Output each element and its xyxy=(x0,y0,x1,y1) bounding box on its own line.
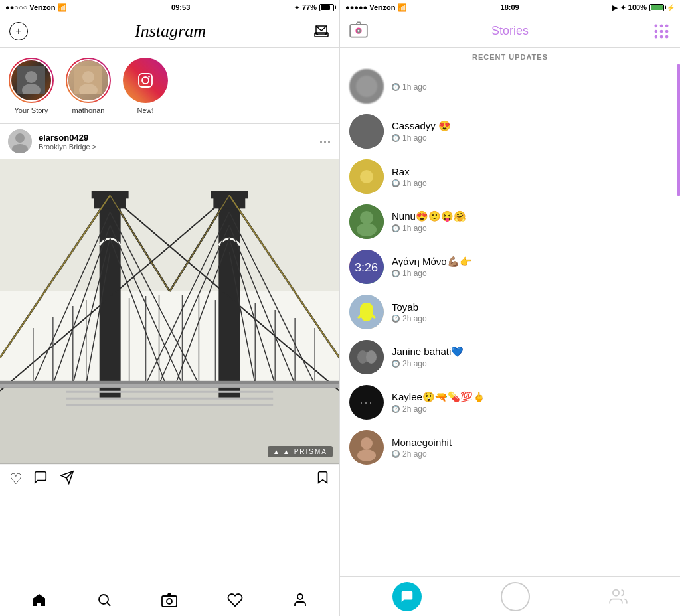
mathonan-label: mathonan xyxy=(72,106,105,114)
story-list-item-cassadyy[interactable]: Cassadyy 😍 🕐 1h ago xyxy=(340,109,680,154)
wifi-icon-left: 📶 xyxy=(58,3,67,12)
story-avatar-janine xyxy=(349,340,384,374)
story-item-new[interactable]: New! xyxy=(122,58,169,114)
story-avatar-image-janine xyxy=(349,340,384,374)
svg-text:3:26: 3:26 xyxy=(355,261,378,274)
snap-nav-capture-button[interactable] xyxy=(501,582,530,611)
story-time-kaylee: 🕑 2h ago xyxy=(392,404,671,414)
story-list-info-kaylee: Kaylee😲🔫💊💯🖕 🕑 2h ago xyxy=(392,391,671,414)
story-list-info-janine: Janine bahati💙 🕑 2h ago xyxy=(392,346,671,368)
charging-icon: ⚡ xyxy=(667,4,675,11)
svg-point-78 xyxy=(655,29,658,33)
stories-periscope-icon[interactable] xyxy=(647,22,671,40)
nav-profile-button[interactable] xyxy=(286,585,315,615)
svg-point-2 xyxy=(25,71,37,83)
time-icon-monaegoin: 🕑 xyxy=(392,450,400,458)
story-name-nunu: Nunu😍🙂😝🤗 xyxy=(392,210,671,222)
story-item-your-story[interactable]: Your Story xyxy=(8,58,54,114)
battery-fill-right xyxy=(651,5,663,10)
mathonan-avatar-inner xyxy=(67,59,110,102)
story-time-janine: 🕑 2h ago xyxy=(392,359,671,368)
story-list-item-0[interactable]: 🕐 1h ago xyxy=(340,64,680,109)
story-list-item-toyab[interactable]: Toyab 🕑 2h ago xyxy=(340,289,680,335)
time-icon-agani: 🕐 xyxy=(392,270,400,277)
story-list-info-cassadyy: Cassadyy 😍 🕐 1h ago xyxy=(392,120,671,143)
story-name-janine: Janine bahati💙 xyxy=(392,346,671,358)
nav-camera-button[interactable] xyxy=(155,585,184,615)
time-text-kaylee: 2h ago xyxy=(402,404,427,414)
story-time-0: 🕐 1h ago xyxy=(392,82,671,92)
bookmark-button[interactable] xyxy=(315,470,330,489)
prisma-label: ▲ PRISMA xyxy=(283,448,327,455)
svg-rect-58 xyxy=(66,391,273,393)
nav-home-button[interactable] xyxy=(25,585,54,615)
story-avatar-image-0 xyxy=(349,69,384,104)
nav-search-button[interactable] xyxy=(90,585,119,615)
snap-nav-friends-button[interactable] xyxy=(609,587,628,606)
svg-rect-7 xyxy=(139,74,152,87)
post-author-avatar-image xyxy=(8,129,32,153)
story-item-mathonan[interactable]: mathonan xyxy=(65,58,112,114)
direct-messages-button[interactable] xyxy=(313,23,330,40)
stories-camera-button[interactable] xyxy=(349,21,373,42)
story-avatar-toyab xyxy=(349,295,384,329)
time-icon-toyab: 🕑 xyxy=(392,315,400,323)
nav-likes-button[interactable] xyxy=(220,585,250,615)
story-name-rax: Rax xyxy=(392,166,671,177)
story-list-item-kaylee[interactable]: ··· Kaylee😲🔫💊💯🖕 🕑 2h ago xyxy=(340,380,680,425)
stories-header: Stories xyxy=(340,15,680,48)
story-avatar-image-toyab xyxy=(349,295,384,329)
share-button[interactable] xyxy=(60,470,74,489)
svg-point-81 xyxy=(655,35,658,38)
mathonan-avatar-wrapper xyxy=(66,58,111,103)
instagram-new-avatar xyxy=(123,58,168,103)
svg-rect-69 xyxy=(162,596,177,607)
svg-rect-59 xyxy=(66,398,273,400)
svg-line-68 xyxy=(108,603,110,605)
post-actions: ♡ xyxy=(0,464,339,494)
post-more-button[interactable]: ··· xyxy=(319,135,331,149)
story-name-monaegoin: Monaegoinhit xyxy=(392,437,671,448)
svg-point-100 xyxy=(357,449,376,461)
time-text-rax: 1h ago xyxy=(402,179,427,188)
like-button[interactable]: ♡ xyxy=(9,471,23,488)
battery-icon-right xyxy=(649,4,664,11)
svg-point-67 xyxy=(99,595,108,604)
brooklyn-bridge-art xyxy=(0,159,339,464)
story-list-item-janine[interactable]: Janine bahati💙 🕑 2h ago xyxy=(340,335,680,380)
recent-updates-label: RECENT UPDATES xyxy=(340,48,680,64)
bookmark-icon xyxy=(315,470,330,485)
story-list-item-monaegoin[interactable]: Monaegoinhit 🕑 2h ago xyxy=(340,425,680,470)
story-list-item-agani[interactable]: 3:26 Αγάνη Μόνο💪🏽👉 🕐 1h ago xyxy=(340,244,680,289)
status-bar-right: ●●●●● Verizon 📶 18:09 ▶ ✦ 100% ⚡ xyxy=(340,0,680,15)
story-name-cassadyy: Cassadyy 😍 xyxy=(392,120,671,132)
time-text-monaegoin: 2h ago xyxy=(402,449,427,459)
battery-pct-left: 77% xyxy=(302,3,317,11)
your-story-label: Your Story xyxy=(15,106,48,114)
stories-row: Your Story mathonan xyxy=(0,48,339,124)
home-icon xyxy=(31,592,47,608)
user1-avatar-image xyxy=(17,66,45,94)
mathonan-avatar xyxy=(68,60,108,100)
svg-rect-19 xyxy=(218,198,240,397)
story-list-item-nunu[interactable]: Nunu😍🙂😝🤗 🕐 1h ago xyxy=(340,199,680,244)
grid-dots-icon xyxy=(652,22,671,40)
svg-point-5 xyxy=(82,71,94,83)
post-location[interactable]: Brooklyn Bridge > xyxy=(39,143,313,151)
post-username: elarson0429 xyxy=(39,133,313,143)
snap-nav-chat-button[interactable] xyxy=(392,582,422,611)
story-list-item-rax[interactable]: Rax 🕐 1h ago xyxy=(340,154,680,199)
svg-point-70 xyxy=(167,599,172,604)
stories-panel: ●●●●● Verizon 📶 18:09 ▶ ✦ 100% ⚡ Stories xyxy=(340,0,680,616)
story-list-info-nunu: Nunu😍🙂😝🤗 🕐 1h ago xyxy=(392,210,671,233)
post-user-info: elarson0429 Brooklyn Bridge > xyxy=(39,133,313,151)
your-story-avatar xyxy=(11,60,51,100)
svg-rect-57 xyxy=(0,384,339,388)
heart-icon xyxy=(227,592,243,608)
battery-fill-left xyxy=(321,5,330,10)
signal-carrier-left: ●●○○○ Verizon xyxy=(5,3,55,11)
story-list-info-monaegoin: Monaegoinhit 🕑 2h ago xyxy=(392,437,671,459)
comment-button[interactable] xyxy=(33,470,48,489)
instagram-panel: ●●○○○ Verizon 📶 09:53 ✦ 77% + Instagram xyxy=(0,0,340,616)
add-post-button[interactable]: + xyxy=(9,22,28,40)
